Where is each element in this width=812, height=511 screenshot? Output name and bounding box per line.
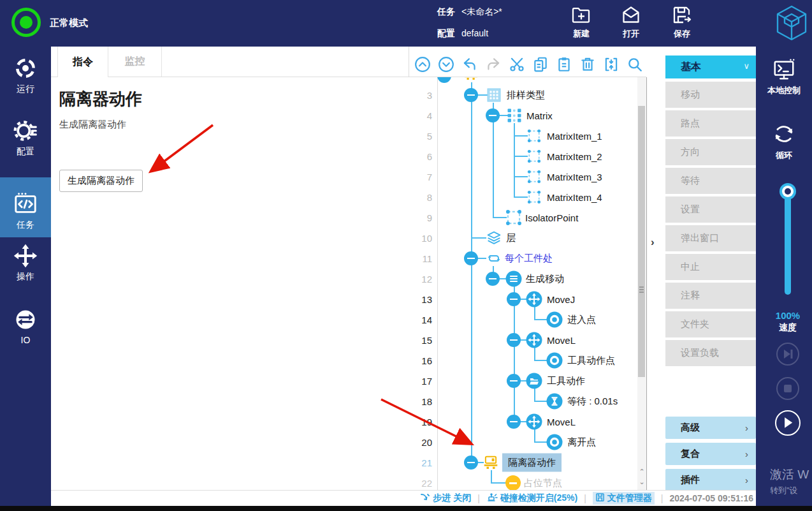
delete-icon[interactable] <box>579 56 596 73</box>
up-icon[interactable] <box>414 56 431 73</box>
tab-monitor[interactable]: 监控 <box>108 47 162 77</box>
scroll-down-icon[interactable]: ⌄ <box>638 478 646 485</box>
open-task-button[interactable]: 打开 <box>613 4 649 40</box>
tree-node-label[interactable]: MatrixItem_3 <box>547 172 602 182</box>
tree-node-label[interactable]: 层 <box>506 232 516 244</box>
tree-node-label[interactable]: 生成移动 <box>526 273 564 285</box>
group-advanced[interactable]: 高级› <box>665 417 756 439</box>
matrix-item-icon <box>527 149 541 163</box>
expand-panel-handle[interactable]: › <box>651 236 663 251</box>
step-mode-status[interactable]: 步进 关闭 <box>420 492 471 505</box>
collapse-toggle[interactable] <box>486 108 500 122</box>
tree-node-label[interactable]: MoveL <box>547 335 576 346</box>
instruction-item-comment[interactable]: 注释 <box>665 283 756 309</box>
instruction-item-direction[interactable]: 方向 <box>665 139 756 165</box>
tree-node-label[interactable]: 占位节点 <box>524 477 562 489</box>
instruction-item-set-payload[interactable]: 设置负载 <box>665 340 756 366</box>
save-icon <box>664 4 700 27</box>
sidebar-item-task[interactable]: 任务 <box>0 177 51 237</box>
instruction-item-wait[interactable]: 等待 <box>665 168 756 194</box>
tree-node-label[interactable]: 离开点 <box>567 436 596 448</box>
tree-line <box>491 470 492 483</box>
tree-node-label[interactable]: 工具动作点 <box>567 355 615 367</box>
tree-node-label[interactable]: 工具动作 <box>547 375 585 387</box>
instruction-item-set[interactable]: 设置 <box>665 196 756 223</box>
waypoint-icon <box>546 311 563 328</box>
new-task-button[interactable]: 新建 <box>563 4 599 40</box>
group-plugin[interactable]: 插件› <box>665 469 756 491</box>
chevron-right-icon: › <box>745 422 748 433</box>
basic-group-label: 基本 <box>681 61 701 74</box>
config-label: 配置 <box>437 28 455 38</box>
stop-button[interactable] <box>776 377 799 400</box>
group-composite[interactable]: 复合› <box>665 443 756 465</box>
local-control-button[interactable]: 本地控制 <box>756 58 812 96</box>
matrix-item-icon <box>527 190 541 204</box>
file-manager-button[interactable]: 文件管理器 <box>593 492 655 505</box>
collapse-icon[interactable] <box>603 56 620 73</box>
tree-node-label-selected[interactable]: 隔离器动作 <box>502 454 562 472</box>
tree-line <box>514 123 515 197</box>
sidebar-item-io[interactable]: IO <box>0 307 51 345</box>
step-arrow-icon <box>420 492 430 505</box>
tree-node-label[interactable]: IsolatorPoint <box>525 212 578 223</box>
tree-node-label[interactable]: 每个工件处 <box>505 253 553 265</box>
speed-slider-track[interactable] <box>785 191 791 295</box>
sidebar-item-run[interactable]: 运行 <box>0 56 51 95</box>
down-icon[interactable] <box>438 56 454 73</box>
activate-windows-watermark: 激活 W 转到"设 <box>770 466 812 496</box>
task-code-icon <box>0 191 51 217</box>
paste-icon[interactable] <box>556 56 572 73</box>
sidebar-item-operate[interactable]: 操作 <box>0 243 51 283</box>
tree-node-label[interactable]: 等待 : 0.01s <box>567 396 618 408</box>
tree-node-label[interactable]: MatrixItem_2 <box>547 151 602 162</box>
copy-icon[interactable] <box>532 56 549 73</box>
tree-node-label[interactable]: 排样类型 <box>507 89 545 101</box>
collapse-toggle[interactable] <box>507 292 521 306</box>
collapse-toggle[interactable] <box>464 251 478 265</box>
tree-node-label[interactable]: MatrixItem_4 <box>547 192 602 203</box>
speed-slider-knob[interactable] <box>779 183 796 200</box>
waypoint-icon <box>546 352 563 369</box>
collapse-toggle[interactable] <box>437 77 451 83</box>
collapse-toggle[interactable] <box>507 415 521 429</box>
collapse-toggle[interactable] <box>486 272 500 286</box>
play-button[interactable] <box>775 410 801 436</box>
collapse-toggle[interactable] <box>507 333 521 347</box>
tree-node-label[interactable]: MoveJ <box>547 294 575 305</box>
tree-node-label[interactable]: MoveL <box>547 417 576 427</box>
move-icon <box>526 413 542 430</box>
scroll-up-icon[interactable]: ⌃ <box>638 468 646 475</box>
brand-cube-logo <box>775 4 808 45</box>
tree-node-label[interactable]: MatrixItem_1 <box>547 131 602 142</box>
instruction-item-waypoint[interactable]: 路点 <box>665 110 756 137</box>
step-next-button[interactable] <box>776 343 799 366</box>
instruction-item-abort[interactable]: 中止 <box>665 254 756 280</box>
collapse-toggle[interactable] <box>464 88 478 102</box>
instruction-item-folder[interactable]: 文件夹 <box>665 311 756 337</box>
tree-scrollbar-thumb[interactable] <box>638 106 645 377</box>
search-icon[interactable] <box>627 56 643 73</box>
instruction-group-basic[interactable]: 基本 ∨ <box>665 56 756 78</box>
row-number: 5 <box>404 131 432 142</box>
collapse-toggle[interactable] <box>507 374 521 388</box>
tab-instruction[interactable]: 指令 <box>57 47 108 77</box>
instruction-item-popup[interactable]: 弹出窗口 <box>665 225 756 251</box>
sidebar-item-config[interactable]: 配置 <box>0 118 51 158</box>
undo-icon[interactable] <box>461 56 478 73</box>
collapse-toggle[interactable] <box>464 455 478 470</box>
generate-isolator-action-button[interactable]: 生成隔离器动作 <box>59 170 143 192</box>
config-gear-icon <box>0 118 51 144</box>
row-number: 7 <box>404 172 432 182</box>
save-task-button[interactable]: 保存 <box>664 4 700 40</box>
tree-node-label[interactable]: Matrix <box>526 110 553 121</box>
layers-icon <box>486 230 502 246</box>
collision-detection-status[interactable]: 碰撞检测开启(25%) <box>486 492 577 505</box>
tree-node-label[interactable]: 进入点 <box>567 314 596 326</box>
instruction-item-label: 弹出窗口 <box>681 232 719 244</box>
instruction-item-move[interactable]: 移动 <box>665 82 756 108</box>
cut-icon[interactable] <box>509 56 525 73</box>
loop-button[interactable]: 循环 <box>756 121 812 161</box>
tab-monitor-label: 监控 <box>125 55 145 68</box>
redo-icon[interactable] <box>485 56 502 73</box>
